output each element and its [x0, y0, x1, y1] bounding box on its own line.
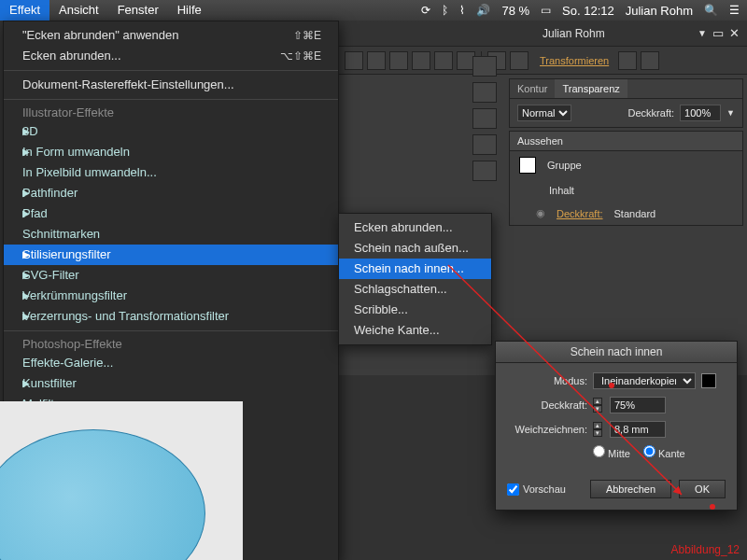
wifi-icon: ⌇ — [459, 4, 465, 17]
figure-caption: Abbildung_12 — [671, 543, 740, 556]
battery-percent: 78 % — [501, 4, 529, 18]
menu-raster-settings[interactable]: Dokument-Rastereffekt-Einstellungen... — [4, 75, 338, 95]
menu-edit-last[interactable]: Ecken abrunden... ⌥⇧⌘E — [4, 46, 338, 66]
submenu-scribble[interactable]: Scribble... — [339, 300, 491, 320]
tab-transparenz[interactable]: Transparenz — [555, 79, 627, 98]
cancel-button[interactable]: Abbrechen — [590, 480, 671, 498]
misc-icon[interactable] — [618, 51, 637, 70]
sync-icon: ⟳ — [421, 4, 430, 17]
eye-icon[interactable]: ◉ — [536, 207, 545, 219]
battery-icon: ▭ — [541, 4, 551, 17]
align-icon[interactable] — [345, 51, 363, 70]
window-close-icon[interactable]: ✕ — [729, 26, 740, 40]
chevron-down-icon[interactable]: ▼ — [726, 108, 735, 118]
deckkraft-stepper[interactable]: ▴▾ — [593, 398, 602, 413]
weichzeichnen-stepper[interactable]: ▴▾ — [593, 422, 602, 437]
radio-kante[interactable]: Kante — [643, 445, 685, 459]
window-min-icon[interactable]: ▭ — [712, 26, 724, 40]
menu-effekt[interactable]: Effekt — [0, 0, 49, 21]
appearance-group: Gruppe — [547, 160, 582, 171]
weichzeichnen-label: Weichzeichnen: — [507, 424, 587, 435]
align-icon-4[interactable] — [412, 51, 430, 70]
tab-kontur[interactable]: Kontur — [510, 79, 555, 98]
menu-pixelbild[interactable]: In Pixelbild umwandeln... — [4, 162, 338, 183]
app-titlebar: Julian Rohm ▼ ▭ ✕ — [339, 21, 747, 47]
radio-mitte[interactable]: Mitte — [593, 445, 630, 459]
section-photoshop: Photoshop-Effekte — [4, 335, 338, 353]
align-icon-2[interactable] — [367, 51, 386, 70]
dock-column — [472, 56, 500, 181]
dock-icon[interactable] — [472, 108, 497, 129]
menu-pathfinder[interactable]: Pathfinder▶ — [4, 183, 338, 203]
fill-swatch[interactable] — [519, 157, 536, 174]
dialog-title: Schein nach innen — [496, 342, 737, 363]
submenu-weiche-kante[interactable]: Weiche Kante... — [339, 320, 491, 341]
modus-label: Modus: — [507, 375, 587, 386]
dock-icon[interactable] — [472, 161, 497, 181]
opacity-input[interactable] — [680, 105, 721, 121]
menu-fenster[interactable]: Fenster — [108, 0, 168, 21]
menu-pfad[interactable]: Pfad▶ — [4, 203, 338, 224]
deckkraft-input[interactable] — [610, 397, 666, 413]
menu-verkruemmung[interactable]: Verkrümmungsfilter▶ — [4, 286, 338, 306]
inner-glow-dialog: Schein nach innen Modus: Ineinanderkopie… — [495, 341, 738, 511]
submenu-schein-innen[interactable]: Schein nach innen... — [339, 259, 491, 279]
appearance-inhalt: Inhalt — [549, 185, 574, 196]
appearance-opacity-value: Standard — [614, 208, 656, 219]
menu-svg-filter[interactable]: SVG-Filter▶ — [4, 265, 338, 286]
align-icon-5[interactable] — [434, 51, 453, 70]
notifications-icon[interactable]: ☰ — [729, 4, 740, 17]
submenu-ecken-abrunden[interactable]: Ecken abrunden... — [339, 217, 491, 238]
submenu-schein-aussen[interactable]: Schein nach außen... — [339, 238, 491, 259]
dock-icon[interactable] — [472, 82, 497, 103]
align-icon-3[interactable] — [389, 51, 408, 70]
deckkraft-label: Deckkraft: — [507, 399, 587, 411]
menu-3d[interactable]: 3D▶ — [4, 121, 338, 142]
menu-apply-last[interactable]: "Ecken abrunden" anwenden ⇧⌘E — [4, 25, 338, 46]
annotation-dot — [710, 504, 715, 510]
opacity-label: Deckkraft: — [628, 107, 675, 119]
dock-icon[interactable] — [472, 56, 497, 77]
menu-effekte-galerie[interactable]: Effekte-Galerie... — [4, 353, 338, 373]
canvas-area — [0, 401, 243, 560]
blend-mode-select[interactable]: Normal — [517, 105, 571, 121]
preview-checkbox[interactable]: Vorschau — [507, 483, 566, 496]
appearance-title: Aussehen — [510, 132, 742, 151]
glow-color-swatch[interactable] — [701, 373, 716, 388]
spotlight-icon[interactable]: 🔍 — [704, 4, 718, 17]
weichzeichnen-input[interactable] — [610, 421, 666, 438]
transparency-panel: Kontur Transparenz Normal Deckkraft: ▼ — [509, 78, 743, 128]
dock-icon[interactable] — [472, 134, 497, 155]
menu-ansicht[interactable]: Ansicht — [49, 0, 108, 21]
app-user: Julian Rohm — [346, 27, 605, 40]
control-bar: Transformieren — [339, 47, 747, 75]
transform-link[interactable]: Transformieren — [540, 55, 609, 66]
submenu-schlagschatten[interactable]: Schlagschatten... — [339, 279, 491, 300]
menu-in-form[interactable]: In Form umwandeln▶ — [4, 142, 338, 162]
appearance-opacity-link[interactable]: Deckkraft: — [557, 208, 603, 219]
bluetooth-icon: ᛒ — [442, 4, 448, 17]
chevron-down-icon[interactable]: ▼ — [698, 28, 707, 38]
misc-icon-2[interactable] — [641, 51, 659, 70]
section-illustrator: Illustrator-Effekte — [4, 104, 338, 121]
appearance-panel: Aussehen Gruppe Inhalt ◉ Deckkraft: Stan… — [509, 131, 743, 226]
menu-verzerrung[interactable]: Verzerrungs- und Transformationsfilter▶ — [4, 306, 338, 327]
menu-hilfe[interactable]: Hilfe — [168, 0, 211, 21]
annotation-dot — [609, 383, 614, 388]
menu-stilisierungsfilter[interactable]: Stilisierungsfilter▶ — [4, 245, 338, 265]
artwork-shape — [0, 429, 205, 560]
distribute-icon-2[interactable] — [510, 51, 529, 70]
menubar-user: Julian Rohm — [626, 4, 693, 18]
mac-menubar: Effekt Ansicht Fenster Hilfe ⟳ ᛒ ⌇ 🔊 78 … — [0, 0, 747, 21]
menu-kunstfilter[interactable]: Kunstfilter▶ — [4, 373, 338, 394]
clock: So. 12:12 — [562, 4, 614, 18]
ok-button[interactable]: OK — [679, 480, 726, 498]
volume-icon: 🔊 — [476, 4, 490, 17]
menu-schnittmarken[interactable]: Schnittmarken — [4, 224, 338, 245]
stilisierungsfilter-submenu: Ecken abrunden... Schein nach außen... S… — [338, 213, 492, 345]
